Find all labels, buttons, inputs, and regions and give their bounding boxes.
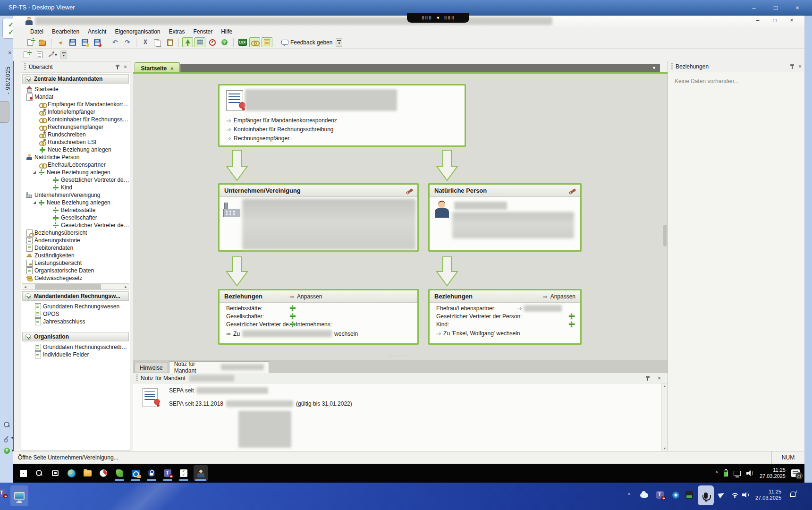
sidebar-item-jahresabschluss[interactable]: Jahresabschluss <box>21 318 130 325</box>
phone-app-button[interactable] <box>113 465 126 481</box>
add-vertreter-icon[interactable] <box>289 321 296 327</box>
app-restore-button[interactable]: □ <box>769 17 781 24</box>
anpassen-link[interactable]: ⇒ Anpassen <box>543 293 575 300</box>
new-document-button[interactable] <box>25 37 35 47</box>
open-button[interactable] <box>37 37 48 47</box>
teams-button[interactable] <box>161 465 174 481</box>
viewer-tools-button[interactable]: ▼ <box>4 435 14 441</box>
host-desktop-viewer-button[interactable] <box>10 485 28 506</box>
scroll-left-icon[interactable]: ◄ <box>22 284 28 289</box>
sidebar-item-betriebsstaette[interactable]: Betriebsstätte <box>21 206 130 214</box>
tab-hinweise[interactable]: Hinweise <box>135 363 168 373</box>
sidebar-item-leistungsuebersicht[interactable]: Leistungsübersicht <box>21 259 130 267</box>
sidebar-item-kontoinhaber[interactable]: Kontoinhaber für Rechnungsschrei... <box>21 116 130 123</box>
sidebar-item-debitorendaten[interactable]: Debitorendaten <box>21 244 130 252</box>
link-kontoinhaber-rechnungsschreibung[interactable]: ⇒Kontoinhaber für Rechnungsschreibung <box>226 125 337 134</box>
edit-document-button[interactable] <box>34 50 45 60</box>
outlook-button[interactable] <box>129 465 142 481</box>
notes-scrollbar[interactable]: ▲ ▼ <box>661 383 668 451</box>
add-kind-icon[interactable] <box>568 321 575 327</box>
menu-ansicht[interactable]: Ansicht <box>84 27 110 36</box>
viewer-close-button[interactable]: × <box>787 2 807 13</box>
network-icon[interactable] <box>734 471 741 476</box>
host-clock[interactable]: 11:25 27.03.2025 <box>755 489 781 501</box>
sidebar-item-kind[interactable]: Kind <box>21 184 130 191</box>
sidebar-item-neue-beziehung-person[interactable]: Neue Beziehung anlegen <box>21 169 130 176</box>
sidebar-item-infobriefempfaenger[interactable]: Infobriefempfänger <box>21 108 130 116</box>
host-teams-tray-icon[interactable] <box>656 491 664 499</box>
cut-button[interactable] <box>140 37 151 47</box>
menu-fenster[interactable]: Fenster <box>190 27 217 36</box>
menu-bearbeiten[interactable]: Bearbeiten <box>48 27 83 36</box>
history-button[interactable] <box>207 37 218 47</box>
support-tray-icon[interactable] <box>672 492 679 499</box>
add-betriebsstaette-icon[interactable] <box>289 305 296 311</box>
edge-button[interactable] <box>65 465 77 481</box>
viewer-connection-bar[interactable]: ⣿⣿⣿ ▼ ⣿⣿⣿ <box>407 13 469 23</box>
sidebar-item-grunddaten-rechnungswesen[interactable]: Grunddaten Rechnungswesen <box>21 303 130 310</box>
tab-close-icon[interactable]: × <box>170 66 173 71</box>
viewer-search-button[interactable] <box>4 422 9 427</box>
host-tray-chevron[interactable]: ^ <box>628 492 630 498</box>
sidebar-item-neue-beziehung-mandat[interactable]: Neue Beziehung anlegen <box>21 146 130 153</box>
scroll-up-icon[interactable]: ▲ <box>663 384 667 388</box>
sidebar-item-gesetzlicher-vertreter-person[interactable]: Gesetzlicher Vertreter der Person <box>21 176 130 184</box>
save-button[interactable] <box>67 37 78 47</box>
remote-clock[interactable]: 11:25 27.03.2025 <box>760 467 786 479</box>
lex-button[interactable]: LEX <box>237 37 248 47</box>
microphone-button[interactable] <box>698 485 714 505</box>
menu-datei[interactable]: Datei <box>26 27 47 36</box>
wifi-tray-icon[interactable] <box>731 492 738 498</box>
checklist-app-button[interactable] <box>178 465 190 481</box>
section-zentrale-mandantendaten[interactable]: Zentrale Mandantendaten <box>22 74 129 84</box>
sidebar-item-natuerliche-person[interactable]: Natürliche Person <box>21 153 130 161</box>
link-rechnungsempfaenger[interactable]: ⇒Rechnungsempfänger <box>226 134 337 143</box>
splitter-handle[interactable]: ········· <box>388 353 411 358</box>
host-volume-icon[interactable] <box>742 492 750 498</box>
app-close-button[interactable]: × <box>786 17 798 24</box>
host-notification-bell[interactable] <box>789 491 796 498</box>
add-vertreter-person-icon[interactable] <box>568 313 575 319</box>
viewer-maximize-button[interactable]: □ <box>766 2 786 13</box>
app-minimize-button[interactable]: – <box>752 17 764 24</box>
link-button[interactable] <box>249 37 260 47</box>
sidebar-item-rundschreiben-est[interactable]: Rundschreiben ESt <box>21 138 130 146</box>
tree-view-button[interactable] <box>182 37 193 47</box>
pin-icon[interactable] <box>645 375 650 381</box>
sidebar-item-gesellschafter[interactable]: Gesellschafter <box>21 214 130 221</box>
remote-tool-tray-icon[interactable] <box>685 491 693 499</box>
contacts-app-button[interactable] <box>194 465 208 481</box>
pin-icon[interactable] <box>115 64 120 69</box>
viewer-side-tab[interactable] <box>0 101 9 123</box>
sidebar-item-grunddaten-rechnungsschreibung[interactable]: Grunddaten Rechnungsschreibung <box>21 343 130 351</box>
sidebar-item-rundschreiben[interactable]: Rundschreiben <box>21 131 130 138</box>
save-close-button[interactable] <box>92 37 102 47</box>
snipping-app-button[interactable] <box>97 465 110 481</box>
file-explorer-button[interactable] <box>81 465 93 481</box>
sidebar-item-startseite[interactable]: Startseite <box>21 85 130 93</box>
sidebar-item-empfaenger-korrespondenz[interactable]: Empfänger für Mandantenkorrespo... <box>21 101 130 108</box>
scroll-down-icon[interactable]: ▼ <box>663 447 667 450</box>
grip-icon[interactable] <box>671 63 673 70</box>
new-card-button[interactable] <box>21 50 32 60</box>
menu-eigenorganisation[interactable]: Eigenorganisation <box>111 27 164 36</box>
notes-button[interactable] <box>262 37 272 47</box>
edit-pencil-icon[interactable] <box>569 187 575 194</box>
sidebar-item-organisatorische-daten[interactable]: Organisatorische Daten <box>21 267 130 274</box>
sidebar-item-aenderungshistorie[interactable]: Änderungshistorie <box>21 237 130 244</box>
toolbar-overflow-button[interactable]: ▼ <box>336 38 342 47</box>
scrollbar-track[interactable] <box>28 284 123 289</box>
section-mandantendaten-rechnungswesen[interactable]: Mandantendaten Rechnungsw... <box>22 291 129 301</box>
expander-icon[interactable] <box>33 171 36 174</box>
sidebar-item-gesetzlicher-vertreter-unternehmen[interactable]: Gesetzlicher Vertreter des Unter... <box>21 221 130 229</box>
help-button[interactable]: ? <box>219 37 230 47</box>
tray-chevron-icon[interactable]: ^ <box>716 470 718 476</box>
sidebar-item-individuelle-felder[interactable]: Individuelle Felder <box>21 351 130 358</box>
tree-horizontal-scrollbar[interactable]: ◄ ► <box>22 283 129 290</box>
wizard-button[interactable]: ▼ <box>47 50 58 60</box>
link-empfaenger-mandantenkorrespondenz[interactable]: ⇒Empfänger für Mandantenkorrespondenz <box>226 116 337 125</box>
anpassen-link[interactable]: ⇒ Anpassen <box>289 293 322 300</box>
sidebar-item-beziehungsuebersicht[interactable]: Beziehungsübersicht <box>21 229 130 237</box>
list-view-button[interactable] <box>195 37 205 47</box>
taskbar-search-button[interactable] <box>33 465 45 481</box>
